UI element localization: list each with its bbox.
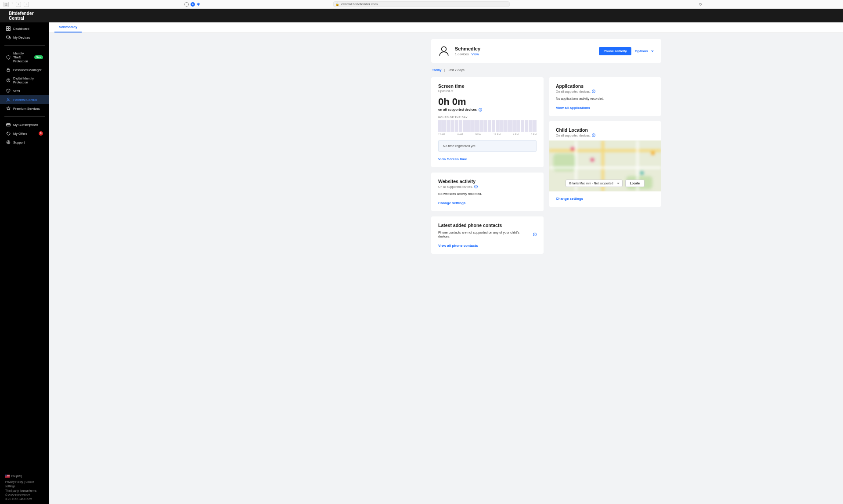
extension-icon[interactable]: ✱ xyxy=(197,2,201,7)
support-icon xyxy=(6,140,11,144)
svg-point-8 xyxy=(8,79,9,81)
chevron-down-icon xyxy=(651,49,654,53)
sidebar-toggle-icon[interactable]: ▥ xyxy=(4,2,9,7)
svg-point-12 xyxy=(7,133,8,133)
screen-time-value: 0h 0m xyxy=(438,96,537,108)
svg-point-14 xyxy=(8,142,9,143)
applications-card: Applications On all supported devices. i… xyxy=(549,77,661,116)
location-change-settings-link[interactable]: Change settings xyxy=(556,197,583,201)
sidebar-item-label: Identity Theft Protection xyxy=(13,51,32,63)
svg-rect-6 xyxy=(7,69,10,71)
grid-icon xyxy=(6,26,11,31)
back-icon[interactable]: ‹ xyxy=(16,2,21,7)
svg-rect-3 xyxy=(9,29,11,31)
sidebar-item-my-devices[interactable]: My Devices xyxy=(0,33,49,42)
avatar-icon xyxy=(438,45,450,57)
websites-card: Websites activity On all supported devic… xyxy=(431,173,544,211)
sidebar-item-label: My Devices xyxy=(13,36,30,40)
privacy-link[interactable]: Privacy Policy xyxy=(5,480,23,483)
url-text: central.bitdefender.com xyxy=(341,2,378,6)
sidebar-item-label: Password Manager xyxy=(13,68,42,72)
sidebar-item-label: Support xyxy=(13,140,25,144)
sidebar-item-digital-identity[interactable]: Digital Identity Protection xyxy=(0,74,49,86)
vpn-icon xyxy=(6,89,11,93)
sidebar-item-support[interactable]: Support xyxy=(0,138,49,147)
sidebar-footer: EN (US) Privacy Policy|Cookie settings T… xyxy=(0,472,49,504)
reader-icon[interactable]: A xyxy=(191,2,195,7)
tracking-shield-icon[interactable] xyxy=(184,2,189,7)
info-icon[interactable]: i xyxy=(533,233,537,236)
updated-at: Updated at xyxy=(438,90,537,93)
sidebar-item-premium-services[interactable]: Premium Services xyxy=(0,104,49,113)
card-title: Child Location xyxy=(556,127,654,133)
options-label: Options xyxy=(635,49,648,53)
location-card: Child Location On all supported devices.… xyxy=(549,121,661,207)
profile-card: Schmedley 1 devices View Pause activity … xyxy=(431,39,661,63)
forward-icon[interactable]: › xyxy=(24,2,29,7)
websites-change-settings-link[interactable]: Change settings xyxy=(438,201,465,205)
sidebar-item-identity-theft[interactable]: Identity Theft Protection New xyxy=(0,49,49,65)
shield-icon xyxy=(6,55,11,60)
profile-name: Schmedley xyxy=(455,46,480,51)
person-icon xyxy=(6,97,11,102)
language-selector[interactable]: EN (US) xyxy=(5,474,44,479)
tab-bar: Schmedley xyxy=(49,22,843,33)
brand-title: Bitdefender Central xyxy=(0,11,49,21)
id-icon xyxy=(6,78,11,83)
card-title: Websites activity xyxy=(438,179,537,184)
sidebar-item-password-manager[interactable]: Password Manager xyxy=(0,65,49,74)
tag-icon xyxy=(6,131,11,136)
range-last7[interactable]: Last 7 days xyxy=(447,68,464,72)
screen-time-card: Screen time Updated at 0h 0m on all supp… xyxy=(431,77,544,167)
pause-activity-button[interactable]: Pause activity xyxy=(599,47,631,55)
devices-icon xyxy=(6,35,11,40)
contacts-card: Latest added phone contacts Phone contac… xyxy=(431,216,544,254)
url-bar[interactable]: 🔒 central.bitdefender.com xyxy=(333,1,510,7)
app-header: Bitdefender Central xyxy=(0,9,49,22)
options-dropdown[interactable]: Options xyxy=(635,49,654,53)
view-screen-time-link[interactable]: View Screen time xyxy=(438,157,467,161)
svg-point-9 xyxy=(7,98,9,100)
lock-icon: 🔒 xyxy=(335,3,339,6)
info-icon[interactable]: i xyxy=(479,108,482,112)
info-icon[interactable]: i xyxy=(474,185,478,188)
license-link[interactable]: Third party license terms xyxy=(5,489,36,492)
hours-of-day-label: HOURS OF THE DAY xyxy=(438,116,537,119)
device-select[interactable]: Brian's Mac min - Not supported xyxy=(566,180,623,187)
sidebar-item-dashboard[interactable]: Dashboard xyxy=(0,24,49,33)
refresh-icon[interactable]: ⟳ xyxy=(699,2,702,7)
map-preview: Brian's Mac min - Not supported Locate xyxy=(549,140,661,191)
locate-button[interactable]: Locate xyxy=(625,180,645,187)
flag-icon xyxy=(5,475,10,478)
sidebar-item-parental-control[interactable]: Parental Control xyxy=(0,95,49,104)
card-title: Latest added phone contacts xyxy=(438,223,537,228)
new-badge: New xyxy=(34,55,43,59)
sidebar-item-label: Digital Identity Protection xyxy=(13,76,43,84)
nav-divider xyxy=(4,116,45,117)
sidebar-item-my-offers[interactable]: My Offers 3 xyxy=(0,129,49,138)
sidebar-item-label: My Subscriptions xyxy=(13,123,38,127)
star-icon xyxy=(6,106,11,111)
no-websites-text: No websites activity recorded. xyxy=(438,192,537,196)
svg-point-19 xyxy=(442,47,447,51)
view-devices-link[interactable]: View xyxy=(472,52,479,56)
tab-schmedley[interactable]: Schmedley xyxy=(54,22,82,32)
sidebar: Bitdefender Central Dashboard My Devices… xyxy=(0,9,49,504)
svg-rect-1 xyxy=(9,27,11,29)
svg-rect-0 xyxy=(7,27,8,29)
sidebar-item-my-subscriptions[interactable]: My Subscriptions xyxy=(0,120,49,129)
card-icon xyxy=(6,122,11,127)
card-title: Screen time xyxy=(438,83,537,89)
info-icon[interactable]: i xyxy=(592,90,595,93)
sidebar-item-vpn[interactable]: VPN xyxy=(0,86,49,95)
range-today[interactable]: Today xyxy=(432,68,442,72)
info-icon[interactable]: i xyxy=(592,133,595,137)
dropdown-icon[interactable]: ˅ xyxy=(11,3,13,6)
time-range-tabs: Today | Last 7 days xyxy=(431,68,661,72)
main-area: Schmedley Schmedley 1 devices xyxy=(49,9,843,504)
view-contacts-link[interactable]: View all phone contacts xyxy=(438,244,478,248)
sidebar-item-label: Premium Services xyxy=(13,107,40,111)
content: Schmedley 1 devices View Pause activity … xyxy=(49,33,843,260)
view-apps-link[interactable]: View all applications xyxy=(556,106,590,110)
language-label: EN (US) xyxy=(11,474,22,479)
